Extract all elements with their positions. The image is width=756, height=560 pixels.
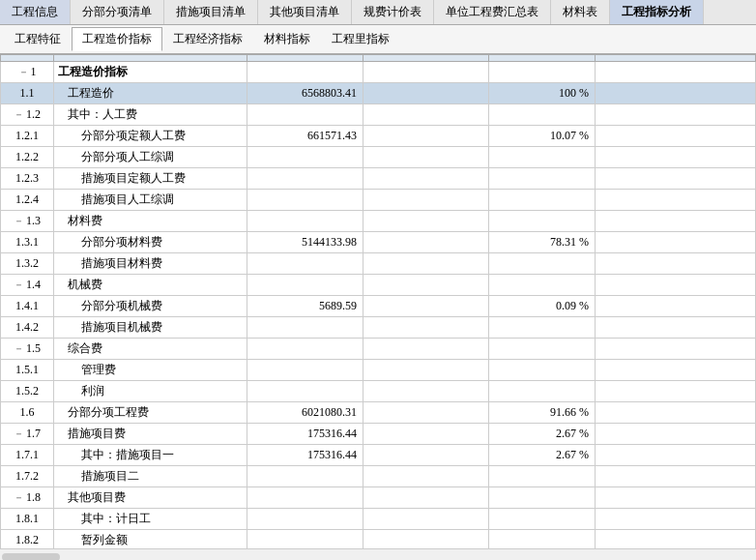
top-nav: 工程信息 分部分项清单 措施项目清单 其他项目清单 规费计价表 单位工程费汇总表…: [0, 0, 756, 25]
header-ratio: [489, 55, 596, 62]
table-row[interactable]: －1.4机械费: [1, 275, 756, 296]
seq-label: 1.6: [20, 405, 35, 419]
cell-amount: 661571.43: [247, 126, 363, 147]
cost-table: －1工程造价指标1.1工程造价6568803.41100 %－1.2其中：人工费…: [0, 54, 756, 548]
cell-unit-price: [363, 509, 489, 530]
table-row[interactable]: 1.3.2措施项目材料费: [1, 253, 756, 275]
cell-ratio: 10.07 %: [489, 126, 596, 147]
table-row[interactable]: 1.7.2措施项目二: [1, 466, 756, 487]
expand-toggle[interactable]: －: [18, 66, 29, 77]
cell-ratio: [489, 317, 596, 339]
cell-amount: [247, 62, 363, 83]
cell-unit-price: [363, 253, 489, 275]
expand-toggle[interactable]: －: [14, 279, 24, 290]
header-unit: [363, 55, 489, 62]
cell-seq: 1.2.1: [1, 126, 54, 147]
table-row[interactable]: 1.4.1分部分项机械费5689.590.09 %: [1, 296, 756, 317]
cell-ratio: [489, 466, 596, 487]
table-row[interactable]: 1.5.2利润: [1, 381, 756, 402]
cell-amount: 5144133.98: [247, 232, 363, 253]
horizontal-scrollbar[interactable]: [0, 548, 756, 560]
cell-ratio: [489, 381, 596, 402]
table-row[interactable]: －1.3材料费: [1, 211, 756, 232]
cell-amount: 175316.44: [247, 445, 363, 466]
nav-item-cuoshixiangmu[interactable]: 措施项目清单: [164, 0, 258, 24]
table-row[interactable]: 1.1工程造价6568803.41100 %: [1, 83, 756, 104]
subnav-gongchengtezhen[interactable]: 工程特征: [4, 27, 72, 51]
table-row[interactable]: 1.5.1管理费: [1, 360, 756, 381]
cell-unit-price: [363, 211, 489, 232]
cell-unit-price: [363, 445, 489, 466]
table-row[interactable]: 1.8.1其中：计日工: [1, 509, 756, 530]
table-row[interactable]: －1.7措施项目费175316.442.67 %: [1, 424, 756, 445]
cell-remark: [596, 62, 756, 83]
expand-toggle[interactable]: －: [14, 342, 24, 354]
cell-seq: －1.8: [1, 487, 54, 509]
cell-unit-price: [363, 487, 489, 509]
table-row[interactable]: 1.2.4措施项目人工综调: [1, 190, 756, 211]
table-row[interactable]: 1.2.2分部分项人工综调: [1, 147, 756, 168]
cell-name: 其中：人工费: [54, 104, 247, 126]
cell-remark: [596, 168, 756, 190]
table-row[interactable]: 1.2.1分部分项定额人工费661571.4310.07 %: [1, 126, 756, 147]
table-row[interactable]: 1.2.3措施项目定额人工费: [1, 168, 756, 190]
cell-seq: －1.5: [1, 339, 54, 360]
nav-item-danwei[interactable]: 单位工程费汇总表: [434, 0, 551, 24]
cell-unit-price: [363, 232, 489, 253]
expand-toggle[interactable]: －: [14, 427, 24, 439]
nav-item-gongchengxinxi[interactable]: 工程信息: [0, 0, 71, 24]
cell-ratio: [489, 211, 596, 232]
cell-seq: 1.4.1: [1, 296, 54, 317]
subnav-gongli[interactable]: 工程里指标: [321, 27, 400, 51]
subnav-zaojiazhhibiao[interactable]: 工程造价指标: [72, 27, 162, 51]
expand-toggle[interactable]: －: [14, 215, 24, 226]
expand-toggle[interactable]: －: [14, 108, 24, 120]
table-row[interactable]: 1.8.2暂列金额: [1, 530, 756, 549]
nav-item-cailiao[interactable]: 材料表: [551, 0, 610, 24]
table-container[interactable]: －1工程造价指标1.1工程造价6568803.41100 %－1.2其中：人工费…: [0, 54, 756, 548]
seq-label: 1.5.2: [15, 384, 39, 398]
table-row[interactable]: 1.4.2措施项目机械费: [1, 317, 756, 339]
cell-remark: [596, 466, 756, 487]
cell-name: 管理费: [54, 360, 247, 381]
nav-item-qitaxiangmu[interactable]: 其他项目清单: [258, 0, 352, 24]
nav-item-guifei[interactable]: 规费计价表: [352, 0, 434, 24]
cell-seq: －1.2: [1, 104, 54, 126]
cell-remark: [596, 296, 756, 317]
cell-seq: 1.5.2: [1, 381, 54, 402]
cell-name: 措施项目二: [54, 466, 247, 487]
cell-unit-price: [363, 466, 489, 487]
cell-name: 其中：计日工: [54, 509, 247, 530]
header-amount: [247, 55, 363, 62]
cell-unit-price: [363, 275, 489, 296]
table-row[interactable]: －1工程造价指标: [1, 62, 756, 83]
table-row[interactable]: 1.7.1其中：措施项目一175316.442.67 %: [1, 445, 756, 466]
nav-item-fenbufenxiang[interactable]: 分部分项清单: [71, 0, 164, 24]
nav-item-zhibiao[interactable]: 工程指标分析: [610, 0, 704, 24]
cell-unit-price: [363, 168, 489, 190]
table-row[interactable]: －1.8其他项目费: [1, 487, 756, 509]
table-row[interactable]: －1.5综合费: [1, 339, 756, 360]
table-row[interactable]: －1.2其中：人工费: [1, 104, 756, 126]
cell-name: 措施项目机械费: [54, 317, 247, 339]
table-row[interactable]: 1.6分部分项工程费6021080.3191.66 %: [1, 402, 756, 424]
cell-amount: [247, 339, 363, 360]
cell-remark: [596, 253, 756, 275]
cell-remark: [596, 104, 756, 126]
seq-label: 1.8.1: [15, 512, 39, 525]
scrollbar-thumb[interactable]: [2, 553, 60, 561]
subnav-jingji[interactable]: 工程经济指标: [162, 27, 253, 51]
cell-seq: 1.8.2: [1, 530, 54, 549]
table-header-row: [1, 55, 756, 62]
cell-ratio: [489, 275, 596, 296]
subnav-cailiao[interactable]: 材料指标: [253, 27, 321, 51]
expand-toggle[interactable]: －: [14, 491, 24, 503]
cell-ratio: [489, 530, 596, 549]
cell-ratio: [489, 62, 596, 83]
cell-name: 利润: [54, 381, 247, 402]
seq-label: 1.3: [26, 214, 41, 227]
cell-remark: [596, 402, 756, 424]
cell-seq: 1.4.2: [1, 317, 54, 339]
table-row[interactable]: 1.3.1分部分项材料费5144133.9878.31 %: [1, 232, 756, 253]
seq-label: 1: [31, 65, 37, 78]
